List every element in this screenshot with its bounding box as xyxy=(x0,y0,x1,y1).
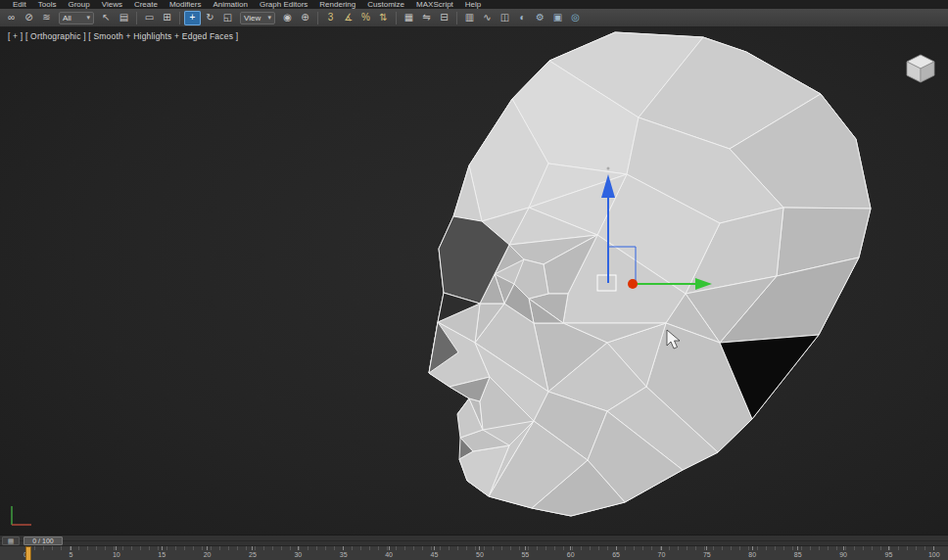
menu-help[interactable]: Help xyxy=(460,0,486,9)
select-object-icon[interactable]: ↖ xyxy=(98,11,115,25)
timeline-tick-30: 30 xyxy=(290,546,306,558)
selection-filter-dropdown[interactable]: All ▾ xyxy=(59,12,94,24)
select-and-rotate-icon[interactable]: ↻ xyxy=(202,11,218,25)
timeline-tick-75: 75 xyxy=(699,546,715,558)
timeline-tick-85: 85 xyxy=(790,546,806,558)
timeline-tick-25: 25 xyxy=(245,546,261,558)
gizmo-z-tip-dot xyxy=(607,167,610,170)
reference-coordinate-dropdown[interactable]: View ▾ xyxy=(240,12,275,24)
chevron-down-icon: ▾ xyxy=(267,14,271,22)
track-bar[interactable]: ▦ 0 / 100 xyxy=(0,535,948,545)
viewport-label[interactable]: [ + ] [ Orthographic ] [ Smooth + Highli… xyxy=(8,31,238,41)
toolbar-group-link: ∞⊘≋ xyxy=(3,11,55,25)
material-editor-icon[interactable]: ◐ xyxy=(514,11,531,25)
main-toolbar: ∞⊘≋ All ▾ ↖▤▭⊞+↻◱ View ▾ ◉⊕3∡%⇅▦⇋⊟▥∿◫◐⚙▣… xyxy=(0,9,948,27)
time-slider[interactable]: 0 / 100 xyxy=(24,537,63,545)
timeline-tick-95: 95 xyxy=(880,546,896,558)
mirror-icon[interactable]: ⇋ xyxy=(418,11,435,25)
render-setup-icon[interactable]: ⚙ xyxy=(532,11,548,25)
timeline-ticks: 0 5 10 15 20 xyxy=(25,546,934,560)
toolbar-separator xyxy=(317,12,318,24)
angle-snap-toggle-icon[interactable]: ∡ xyxy=(340,11,356,25)
toolbar-separator xyxy=(136,12,137,24)
3dsmax-window: EditToolsGroupViewsCreateModifiersAnimat… xyxy=(0,0,948,560)
schematic-view-icon[interactable]: ◫ xyxy=(497,11,513,25)
use-pivot-point-center-icon[interactable]: ◉ xyxy=(279,11,296,25)
menu-group[interactable]: Group xyxy=(63,0,94,9)
selection-filter-value: All xyxy=(63,14,71,23)
timeline-ruler[interactable]: 0 5 10 15 20 xyxy=(0,545,948,560)
viewcube[interactable] xyxy=(901,49,940,88)
rectangular-selection-region-icon[interactable]: ▭ xyxy=(141,11,158,25)
toolbar-separator xyxy=(456,12,457,24)
align-icon[interactable]: ⊟ xyxy=(436,11,452,25)
menu-edit[interactable]: Edit xyxy=(8,0,31,9)
chevron-down-icon: ▾ xyxy=(86,14,90,22)
timeline-tick-45: 45 xyxy=(427,546,443,558)
menu-views[interactable]: Views xyxy=(97,0,127,9)
menu-animation[interactable]: Animation xyxy=(208,0,253,9)
edit-named-selection-sets-icon[interactable]: ▦ xyxy=(401,11,417,25)
timeline-tick-65: 65 xyxy=(608,546,624,558)
percent-snap-toggle-icon[interactable]: % xyxy=(357,11,374,25)
gizmo-center-handle[interactable] xyxy=(628,279,638,289)
timeline-tick-40: 40 xyxy=(381,546,397,558)
mini-curve-editor-button[interactable]: ▦ xyxy=(2,537,20,545)
select-and-uniform-scale-icon[interactable]: ◱ xyxy=(219,11,236,25)
menu-create[interactable]: Create xyxy=(129,0,163,9)
world-axis-tripod xyxy=(4,501,37,531)
reference-coordinate-value: View xyxy=(244,14,261,23)
menu-bar: EditToolsGroupViewsCreateModifiersAnimat… xyxy=(0,0,948,9)
bind-to-space-warp-icon[interactable]: ≋ xyxy=(38,11,55,25)
timeline-tick-55: 55 xyxy=(517,546,533,558)
timeline-tick-5: 5 xyxy=(63,546,78,558)
timeline-tick-100: 100 xyxy=(926,546,942,558)
timeline-tick-15: 15 xyxy=(154,546,169,558)
select-by-name-icon[interactable]: ▤ xyxy=(116,11,132,25)
menu-graph-editors[interactable]: Graph Editors xyxy=(255,0,312,9)
window-crossing-icon[interactable]: ⊞ xyxy=(159,11,175,25)
timeline-tick-70: 70 xyxy=(653,546,669,558)
timeline-tick-20: 20 xyxy=(200,546,215,558)
scene-canvas[interactable] xyxy=(0,27,948,535)
toolbar-group-select: ↖▤▭⊞+↻◱ xyxy=(98,11,236,25)
head-model[interactable] xyxy=(429,32,871,516)
timeline-tick-35: 35 xyxy=(336,546,352,558)
timeline-tick-50: 50 xyxy=(472,546,488,558)
timeline-tick-90: 90 xyxy=(835,546,851,558)
menu-rendering[interactable]: Rendering xyxy=(314,0,360,9)
render-production-icon[interactable]: ◎ xyxy=(567,11,584,25)
timeline-tick-10: 10 xyxy=(109,546,124,558)
toolbar-separator xyxy=(396,12,397,24)
menu-modifiers[interactable]: Modifiers xyxy=(165,0,206,9)
menu-customize[interactable]: Customize xyxy=(362,0,409,9)
snap-toggle-3d-icon[interactable]: 3 xyxy=(322,11,339,25)
time-slider-marker[interactable] xyxy=(25,546,31,560)
toolbar-group-tools: ◉⊕3∡%⇅▦⇋⊟▥∿◫◐⚙▣◎ xyxy=(279,11,584,25)
select-and-manipulate-icon[interactable]: ⊕ xyxy=(297,11,313,25)
rendered-frame-window-icon[interactable]: ▣ xyxy=(549,11,566,25)
toolbar-separator xyxy=(179,12,180,24)
spinner-snap-toggle-icon[interactable]: ⇅ xyxy=(375,11,392,25)
viewport[interactable]: [ + ] [ Orthographic ] [ Smooth + Highli… xyxy=(0,27,948,535)
unlink-selection-icon[interactable]: ⊘ xyxy=(21,11,37,25)
select-and-link-icon[interactable]: ∞ xyxy=(3,11,20,25)
select-and-move-icon[interactable]: + xyxy=(184,11,201,25)
curve-editor-icon[interactable]: ∿ xyxy=(479,11,496,25)
menu-tools[interactable]: Tools xyxy=(33,0,62,9)
menu-maxscript[interactable]: MAXScript xyxy=(411,0,458,9)
timeline-tick-80: 80 xyxy=(744,546,760,558)
timeline-tick-60: 60 xyxy=(563,546,579,558)
manage-layers-icon[interactable]: ▥ xyxy=(461,11,478,25)
